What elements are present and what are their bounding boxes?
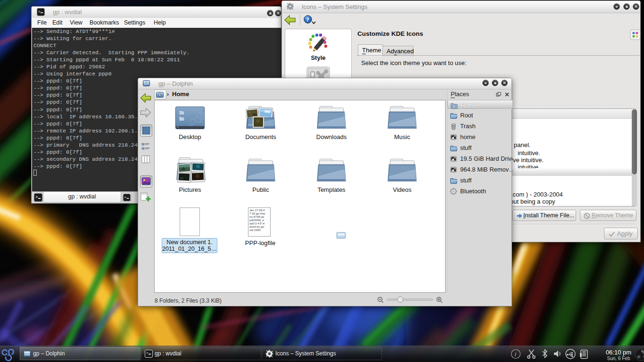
svg-text:>: >	[124, 195, 127, 199]
svg-text:>: >	[35, 195, 38, 200]
svg-text:ire-5738 pp: ire-5738 pp	[249, 215, 264, 218]
svg-text:Jan 17 09:4: Jan 17 09:4	[249, 208, 265, 212]
svg-text:uid 1000: uid 1000	[249, 228, 261, 231]
svg-text:ppd 2.4.5 st: ppd 2.4.5 st	[249, 222, 265, 225]
svg-text:?: ?	[306, 16, 309, 23]
svg-text:pd[1946]: p: pd[1946]: p	[249, 218, 264, 222]
svg-text:i: i	[515, 351, 517, 358]
svg-text:arted by gp: arted by gp	[249, 225, 264, 228]
svg-text:>: >	[146, 351, 149, 355]
svg-text:>: >	[38, 9, 41, 14]
svg-text:7:18 gp-Asp: 7:18 gp-Asp	[249, 212, 265, 215]
